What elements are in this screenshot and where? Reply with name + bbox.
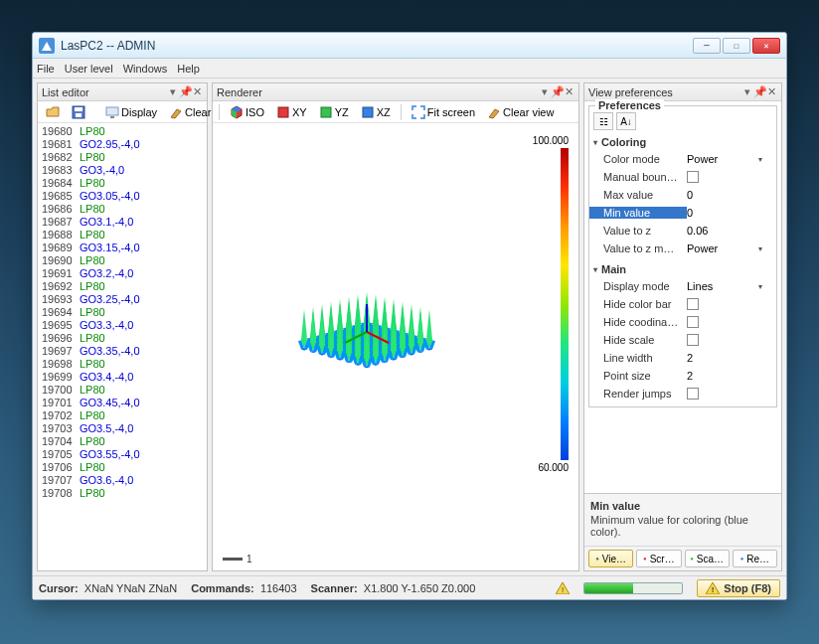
list-row[interactable]: 19692LP80	[42, 280, 207, 293]
list-row[interactable]: 19703GO3.5,-4,0	[42, 422, 207, 435]
list-row[interactable]: 19707GO3.6,-4,0	[42, 474, 207, 487]
list-row[interactable]: 19684LP80	[42, 177, 207, 190]
list-row[interactable]: 19686LP80	[42, 203, 207, 216]
section-coloring[interactable]: Coloring	[589, 134, 776, 150]
dropdown-icon[interactable]: ▾	[758, 282, 762, 291]
dropdown-icon[interactable]: ▾	[758, 244, 762, 253]
maximize-button[interactable]: ☐	[723, 38, 750, 54]
list-row[interactable]: 19699GO3.4,-4,0	[42, 371, 207, 384]
list-row[interactable]: 19685GO3.05,-4,0	[42, 190, 207, 203]
prop-min-value[interactable]: Min value0	[589, 204, 776, 222]
list-row[interactable]: 19683GO3,-4,0	[42, 164, 207, 177]
view-preferences-panel: View preferences ▾ 📌 ✕ Preferences ☷ A↓ …	[583, 82, 782, 571]
list-row[interactable]: 19687GO3.1,-4,0	[42, 216, 207, 229]
menu-file[interactable]: File	[37, 63, 55, 75]
checkbox[interactable]	[687, 334, 699, 346]
status-commands: 116403	[260, 582, 297, 594]
pref-tab-1[interactable]: ●Scr…	[636, 550, 681, 567]
view-xy-button[interactable]: XY	[272, 103, 311, 121]
menu-user-level[interactable]: User level	[65, 63, 113, 75]
close-button[interactable]: ✕	[752, 38, 780, 54]
svg-rect-4	[110, 116, 114, 118]
list-row[interactable]: 19702LP80	[42, 409, 207, 422]
prop-line-width[interactable]: Line width2	[589, 349, 776, 367]
list-row[interactable]: 19701GO3.45,-4,0	[42, 397, 207, 409]
section-main[interactable]: Main	[589, 261, 776, 277]
prop-point-size[interactable]: Point size2	[589, 367, 776, 385]
menu-help[interactable]: Help	[177, 63, 200, 75]
list-row[interactable]: 19706LP80	[42, 461, 207, 474]
checkbox[interactable]	[687, 388, 699, 400]
checkbox[interactable]	[687, 298, 699, 310]
prop-render-jumps[interactable]: Render jumps	[589, 385, 776, 402]
svg-rect-3	[106, 107, 118, 115]
fit-screen-button[interactable]: Fit screen	[408, 103, 479, 121]
panel-pin-icon[interactable]: 📌	[753, 85, 765, 98]
minimize-button[interactable]: ─	[693, 38, 721, 54]
panel-close-icon[interactable]: ✕	[191, 85, 203, 98]
svg-rect-5	[278, 107, 288, 117]
colorbar-min: 60.000	[538, 462, 569, 473]
prop-hide-coodina-[interactable]: Hide coodina…	[589, 313, 776, 331]
menu-windows[interactable]: Windows	[123, 63, 168, 75]
prop-max-value[interactable]: Max value0	[589, 186, 776, 204]
panel-menu-icon[interactable]: ▾	[741, 85, 753, 98]
list-row[interactable]: 19693GO3.25,-4,0	[42, 293, 207, 306]
open-button[interactable]	[42, 103, 64, 121]
pref-tab-0[interactable]: ●Vie…	[588, 550, 633, 567]
stop-button[interactable]: ! Stop (F8)	[697, 579, 780, 597]
prop-manual-boun-[interactable]: Manual boun…	[589, 168, 776, 186]
list-row[interactable]: 19708LP80	[42, 487, 207, 500]
panel-menu-icon[interactable]: ▾	[539, 85, 551, 98]
list-row[interactable]: 19697GO3.35,-4,0	[42, 345, 207, 358]
save-button[interactable]	[68, 103, 89, 121]
view-xz-button[interactable]: XZ	[357, 103, 395, 121]
list-row[interactable]: 19705GO3.55,-4,0	[42, 448, 207, 461]
list-row[interactable]: 19696LP80	[42, 332, 207, 345]
prop-color-mode[interactable]: Color modePower▾	[589, 150, 776, 168]
property-help: Min value Minimum value for coloring (bl…	[584, 493, 781, 546]
view-iso-button[interactable]: ISO	[226, 103, 268, 121]
panel-menu-icon[interactable]: ▾	[167, 85, 179, 98]
list-body[interactable]: 19680LP8019681GO2.95,-4,019682LP8019683G…	[38, 123, 207, 570]
pref-tab-2[interactable]: ●Sca…	[685, 550, 730, 567]
prop-display-mode[interactable]: Display modeLines▾	[589, 277, 776, 295]
display-button[interactable]: Display	[101, 103, 161, 121]
render-viewport[interactable]: 100.000 60.000 1	[213, 123, 578, 570]
list-row[interactable]: 19681GO2.95,-4,0	[42, 138, 207, 151]
list-row[interactable]: 19689GO3.15,-4,0	[42, 242, 207, 254]
prop-value-to-z[interactable]: Value to z0.06	[589, 222, 776, 240]
panel-pin-icon[interactable]: 📌	[179, 85, 191, 98]
list-row[interactable]: 19700LP80	[42, 384, 207, 397]
list-row[interactable]: 19690LP80	[42, 254, 207, 267]
colorbar: 100.000 60.000	[519, 135, 569, 473]
clear-view-button[interactable]: Clear view	[483, 103, 558, 121]
list-row[interactable]: 19691GO3.2,-4,0	[42, 267, 207, 280]
list-row[interactable]: 19695GO3.3,-4,0	[42, 319, 207, 332]
view-yz-button[interactable]: YZ	[315, 103, 353, 121]
list-clear-button[interactable]: Clear	[165, 103, 215, 121]
statusbar: Cursor: XNaN YNaN ZNaN Commands: 116403 …	[33, 575, 786, 599]
svg-rect-1	[75, 107, 82, 111]
prop-hide-color-bar[interactable]: Hide color bar	[589, 295, 776, 313]
sort-categorized-button[interactable]: ☷	[593, 112, 613, 130]
checkbox[interactable]	[687, 316, 699, 328]
pref-tab-3[interactable]: ●Re…	[733, 550, 777, 567]
panel-close-icon[interactable]: ✕	[765, 85, 777, 98]
prop-hide-scale[interactable]: Hide scale	[589, 331, 776, 349]
dropdown-icon[interactable]: ▾	[758, 155, 762, 164]
list-row[interactable]: 19688LP80	[42, 229, 207, 242]
panel-close-icon[interactable]: ✕	[563, 85, 574, 98]
colorbar-gradient	[561, 148, 569, 460]
list-row[interactable]: 19682LP80	[42, 151, 207, 164]
list-editor-title: List editor	[42, 86, 89, 98]
status-scanner: X1.800 Y-1.650 Z0.000	[364, 582, 476, 594]
checkbox[interactable]	[687, 171, 699, 183]
list-row[interactable]: 19694LP80	[42, 306, 207, 319]
sort-alpha-button[interactable]: A↓	[616, 112, 636, 130]
list-row[interactable]: 19680LP80	[42, 125, 207, 138]
list-row[interactable]: 19698LP80	[42, 358, 207, 371]
panel-pin-icon[interactable]: 📌	[551, 85, 563, 98]
list-row[interactable]: 19704LP80	[42, 435, 207, 448]
prop-value-to-z-m-[interactable]: Value to z m…Power▾	[589, 240, 776, 257]
